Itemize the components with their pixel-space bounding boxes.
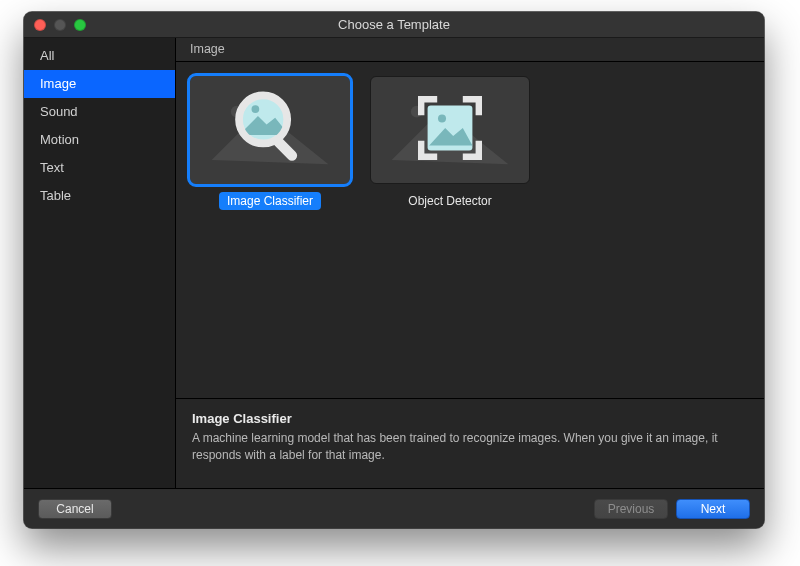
template-thumbnail <box>190 76 350 184</box>
description-title: Image Classifier <box>192 411 748 426</box>
minimize-window-button <box>54 19 66 31</box>
svg-point-8 <box>438 114 446 122</box>
template-grid: Image Classifier <box>176 62 764 398</box>
footer-bar: Cancel Previous Next <box>24 488 764 528</box>
main-panel: Image <box>176 38 764 488</box>
template-chooser-window: Choose a Template All Image Sound Motion… <box>24 12 764 528</box>
section-header: Image <box>176 38 764 62</box>
template-label: Image Classifier <box>219 192 321 210</box>
window-body: All Image Sound Motion Text Table Image <box>24 38 764 488</box>
svg-rect-5 <box>271 135 299 163</box>
template-object-detector[interactable]: Object Detector <box>370 76 530 210</box>
sidebar-item-motion[interactable]: Motion <box>24 126 175 154</box>
sidebar-item-all[interactable]: All <box>24 42 175 70</box>
template-image-classifier[interactable]: Image Classifier <box>190 76 350 210</box>
category-sidebar: All Image Sound Motion Text Table <box>24 38 176 488</box>
template-thumbnail <box>370 76 530 184</box>
magnifier-icon <box>227 85 313 175</box>
sidebar-item-image[interactable]: Image <box>24 70 175 98</box>
sidebar-item-sound[interactable]: Sound <box>24 98 175 126</box>
window-title: Choose a Template <box>24 17 764 32</box>
description-text: A machine learning model that has been t… <box>192 430 748 465</box>
zoom-window-button[interactable] <box>74 19 86 31</box>
close-window-button[interactable] <box>34 19 46 31</box>
template-label: Object Detector <box>400 192 499 210</box>
next-button[interactable]: Next <box>676 499 750 519</box>
crop-frame-icon <box>410 88 490 172</box>
sidebar-item-text[interactable]: Text <box>24 154 175 182</box>
window-controls <box>34 19 86 31</box>
previous-button: Previous <box>594 499 668 519</box>
titlebar: Choose a Template <box>24 12 764 38</box>
svg-point-4 <box>252 105 260 113</box>
svg-point-2 <box>239 95 287 143</box>
sidebar-item-table[interactable]: Table <box>24 182 175 210</box>
description-panel: Image Classifier A machine learning mode… <box>176 398 764 488</box>
cancel-button[interactable]: Cancel <box>38 499 112 519</box>
